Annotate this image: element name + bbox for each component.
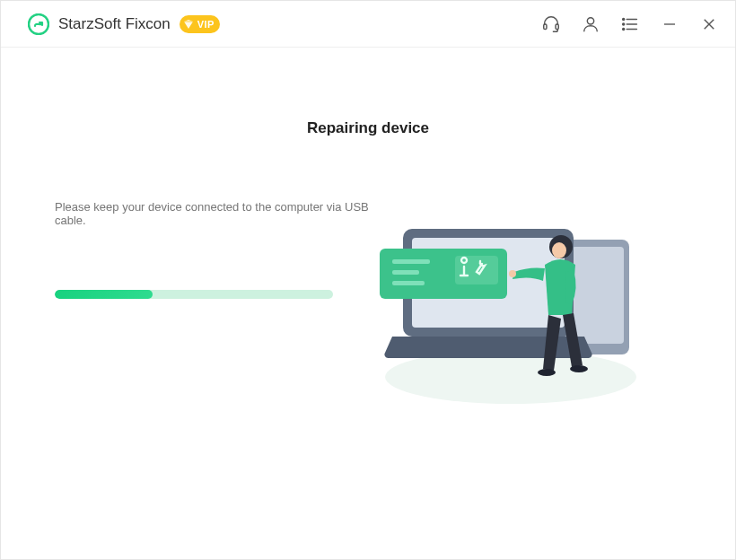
svg-point-3 (587, 17, 593, 23)
titlebar-controls (541, 14, 719, 34)
svg-point-27 (570, 365, 588, 372)
app-title: StarzSoft Fixcon (58, 15, 171, 33)
repair-illustration (376, 202, 645, 408)
svg-rect-15 (572, 247, 624, 344)
svg-point-25 (509, 270, 516, 277)
svg-point-26 (538, 369, 556, 376)
app-logo-icon (28, 13, 49, 35)
menu-icon[interactable] (620, 14, 640, 34)
vip-label: VIP (197, 19, 215, 30)
support-icon[interactable] (541, 14, 561, 34)
progress-fill (55, 290, 153, 299)
svg-rect-19 (392, 259, 430, 264)
instruction-text: Please keep your device connected to the… (55, 200, 378, 227)
page-heading: Repairing device (55, 119, 681, 137)
svg-point-6 (623, 23, 625, 25)
svg-rect-20 (392, 270, 419, 275)
vip-badge: VIP (180, 15, 220, 33)
minimize-button[interactable] (660, 14, 679, 34)
svg-point-4 (623, 18, 625, 20)
svg-rect-21 (392, 281, 425, 285)
svg-point-8 (623, 28, 625, 30)
diamond-icon (181, 17, 196, 31)
svg-point-24 (552, 242, 566, 258)
progress-bar (55, 290, 333, 299)
main-content: Repairing device Please keep your device… (1, 48, 735, 559)
account-icon[interactable] (581, 14, 600, 34)
close-button[interactable] (699, 14, 719, 34)
titlebar: StarzSoft Fixcon VIP (1, 1, 735, 48)
